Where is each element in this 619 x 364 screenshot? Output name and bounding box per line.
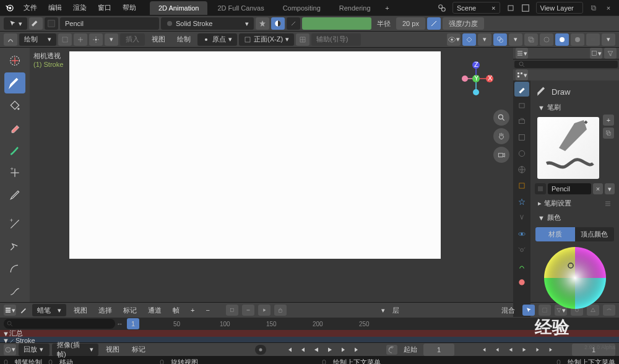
prop-tab-output[interactable] — [514, 114, 529, 129]
prop-tab-render[interactable] — [514, 98, 529, 113]
prop-tab-material[interactable] — [514, 275, 529, 290]
scene-browse-icon[interactable] — [435, 1, 449, 15]
viewlayer-browse-icon[interactable] — [519, 1, 532, 15]
brush-name-field[interactable]: Pencil — [60, 17, 159, 30]
snap-dd[interactable]: ▾ — [105, 33, 118, 46]
color-tab-vertex[interactable]: 顶点颜色 — [575, 227, 615, 241]
viewport-canvas-area[interactable]: 相机透视 (1) Stroke X Z Y — [30, 48, 513, 302]
mini-jump-start[interactable] — [478, 345, 489, 355]
tl-btn-lock[interactable] — [274, 305, 287, 316]
tool-cutter[interactable]: + — [4, 162, 25, 183]
axis-gizmo[interactable]: X Z Y — [457, 60, 495, 97]
outliner-filter2-icon[interactable] — [604, 48, 617, 59]
outliner-search[interactable] — [514, 61, 618, 68]
zoom-btn[interactable] — [493, 110, 509, 126]
drawplane-dropdown[interactable]: 正面(X-Z)▾ — [239, 33, 294, 46]
xray-btn[interactable] — [524, 33, 538, 46]
visibility-btn[interactable]: ▾ — [447, 33, 461, 46]
brush-dd-btn[interactable]: ▾ — [605, 183, 615, 194]
tool-tint[interactable] — [4, 140, 25, 160]
mini-play[interactable] — [519, 345, 530, 355]
scene-close-icon[interactable]: × — [491, 4, 495, 12]
menu-render[interactable]: 渲染 — [68, 1, 92, 15]
jump-next-key-btn[interactable] — [338, 345, 349, 355]
playback-view-menu[interactable]: 视图 — [101, 342, 124, 357]
playback-dropdown[interactable]: 回放▾ — [19, 344, 50, 356]
mini-next-key[interactable] — [532, 345, 543, 355]
tool-fill[interactable] — [4, 95, 25, 116]
tl-add-btn[interactable]: + — [187, 306, 198, 314]
outliner-filter-icon[interactable]: ▾ — [590, 48, 602, 59]
menu-help[interactable]: 帮助 — [118, 1, 141, 15]
tl-menu-view[interactable]: 视图 — [70, 306, 91, 315]
gizmo-toggle[interactable] — [462, 33, 476, 46]
workspace-tab-compositing[interactable]: Compositing — [274, 1, 329, 15]
gizmo-dd[interactable]: ▾ — [478, 33, 491, 46]
menu-edit[interactable]: 编辑 — [43, 1, 67, 15]
workspace-tab-2d-full-canvas[interactable]: 2D Full Canvas — [209, 1, 272, 15]
shading-solid[interactable] — [555, 33, 569, 46]
select-box-icon[interactable] — [58, 33, 72, 46]
pin-material-btn[interactable] — [256, 17, 269, 30]
manip-icon[interactable] — [74, 33, 87, 46]
header-menu-draw[interactable]: 绘制 — [172, 32, 196, 46]
jump-start-btn[interactable] — [284, 345, 295, 355]
tl-menu-select[interactable]: 选择 — [95, 306, 116, 315]
cursor-dropdown[interactable]: ▾ — [4, 17, 27, 30]
origin-dropdown[interactable]: 原点▾ — [197, 33, 237, 46]
color-panel-header[interactable]: ▼颜色 — [533, 210, 617, 225]
prop-tab-tool[interactable] — [514, 82, 529, 97]
color-tab-material[interactable]: 材质 — [535, 227, 575, 241]
timeline-mode-dropdown[interactable]: 蜡笔▾ — [32, 304, 66, 316]
brush-preview[interactable] — [537, 117, 599, 179]
grid-btn[interactable] — [296, 33, 310, 46]
tl-btn-3[interactable] — [258, 305, 271, 316]
tl-remove-btn[interactable]: − — [202, 306, 213, 314]
tl-menu-frame[interactable]: 帧 — [169, 306, 183, 315]
keying-dropdown[interactable]: 抠像(插帧)▾ — [52, 344, 98, 356]
tool-line[interactable]: + — [4, 214, 25, 235]
brush-icon-btn[interactable] — [29, 17, 43, 30]
overlay-dd[interactable]: ▾ — [509, 33, 522, 46]
scene-name-field[interactable]: Scene × — [452, 2, 500, 14]
outliner-type-icon[interactable]: ▾ — [516, 48, 528, 59]
playback-marker-menu[interactable]: 标记 — [127, 342, 150, 357]
mini-jump-end[interactable] — [546, 345, 557, 355]
camera-view-btn[interactable] — [493, 147, 509, 163]
radius-value[interactable]: 20 px — [396, 17, 425, 30]
color-picker-wheel[interactable] — [541, 244, 609, 312]
tool-eyedropper[interactable] — [4, 185, 25, 206]
color-mode-1[interactable] — [271, 17, 285, 30]
brush-name-input[interactable]: Pencil — [548, 183, 591, 194]
brush-icon-small[interactable] — [535, 183, 546, 194]
overlay-toggle[interactable] — [493, 33, 507, 46]
brush-add-btn[interactable]: + — [603, 115, 614, 126]
autokey-btn[interactable] — [255, 345, 266, 355]
prop-tab-modifier[interactable] — [514, 194, 529, 209]
color-mode-2[interactable] — [287, 17, 300, 30]
snap-icon[interactable] — [89, 33, 103, 46]
play-reverse-btn[interactable] — [311, 345, 322, 355]
workspace-tab-rendering[interactable]: Rendering — [331, 1, 379, 15]
add-workspace-button[interactable]: + — [381, 1, 394, 15]
timeline-channel-search[interactable] — [4, 319, 115, 329]
prop-tab-constraint[interactable] — [514, 243, 529, 258]
tool-curve[interactable] — [4, 282, 25, 302]
brush-dup-btn[interactable] — [603, 128, 614, 139]
texture-slot[interactable] — [45, 17, 58, 30]
loop-btn[interactable] — [386, 345, 397, 355]
shading-wire[interactable] — [540, 33, 553, 46]
prop-tab-scene[interactable] — [514, 146, 529, 161]
jump-end-btn[interactable] — [352, 345, 363, 355]
guide-dropdown[interactable]: 辅助(引导) — [311, 33, 361, 46]
brush-settings-header[interactable]: ▸笔刷设置 — [533, 196, 617, 210]
prop-tab-object[interactable] — [514, 178, 529, 193]
strength-label-box[interactable]: 强度/力度 — [443, 17, 484, 30]
stroke-material-dropdown[interactable]: Solid Stroke ▾ — [161, 17, 254, 30]
tool-arc[interactable] — [4, 259, 25, 279]
props-type-icon[interactable]: ▾ — [516, 69, 528, 80]
timeline-ruler[interactable]: ↔ 1 50 100 150 200 250 — [0, 318, 619, 330]
tl-btn-2[interactable] — [242, 305, 254, 316]
play-btn[interactable] — [324, 345, 335, 355]
frame-start-field[interactable]: 1 — [423, 344, 454, 356]
